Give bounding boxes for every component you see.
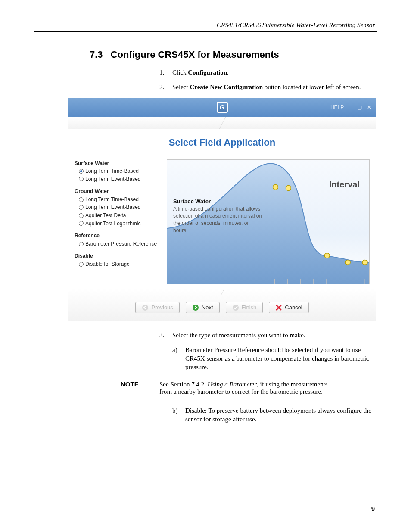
running-header: CRS451/CRS456 Submersible Water-Level Re… (34, 22, 377, 32)
radio-icon (79, 205, 84, 210)
svg-point-14 (193, 305, 199, 311)
radio-icon (79, 177, 84, 181)
radio-icon (79, 213, 84, 218)
step-2: 2. Select Create New Configuration butto… (159, 83, 377, 91)
step-3b: b) Disable: To preserve battery between … (172, 406, 377, 424)
description-body: A time-based configuration that allows s… (173, 206, 262, 233)
svg-point-3 (345, 260, 350, 265)
radio-disable-storage[interactable]: Disable for Storage (75, 260, 161, 268)
app-titlebar: G HELP _ ▢ ✕ (68, 98, 376, 117)
previous-icon (142, 304, 149, 311)
group-disable: Disable (75, 252, 161, 260)
step-3-marker: 3. (159, 331, 172, 339)
radio-ground-time[interactable]: Long Term Time-Based (75, 196, 161, 204)
radio-icon (79, 169, 84, 174)
interval-label: Interval (329, 180, 360, 190)
app-logo-icon: G (217, 102, 228, 113)
section-number: 7.3 (90, 49, 103, 60)
note-block: NOTE See Section 7.4.2, Using a Baromete… (121, 378, 377, 398)
step-3-text: Select the type of measurements you want… (172, 331, 305, 339)
step-1-text: Click Configuration. (172, 68, 229, 77)
preview-panel: Interval Surface Water A time-based conf… (167, 159, 370, 284)
page-number: 9 (371, 505, 375, 512)
step-3a-text: Barometer Pressure Reference should be s… (185, 345, 377, 372)
radio-icon (79, 197, 84, 202)
group-reference: Reference (75, 232, 161, 240)
next-button[interactable]: Next (186, 302, 220, 313)
wizard-footer: Previous Next Finish (68, 289, 376, 321)
step-3b-text: Disable: To preserve battery between dep… (185, 406, 377, 424)
previous-button[interactable]: Previous (135, 302, 180, 313)
step-3: 3. Select the type of measurements you w… (159, 331, 377, 339)
section-heading: 7.3Configure CRS45X for Measurements (90, 49, 377, 60)
next-icon (192, 304, 199, 311)
step-3b-marker: b) (172, 406, 185, 424)
wizard-heading: Select Field Application (68, 129, 376, 159)
svg-point-15 (233, 305, 239, 311)
svg-point-13 (142, 305, 148, 311)
finish-button[interactable]: Finish (226, 302, 263, 313)
radio-ground-event[interactable]: Long Term Event-Based (75, 203, 161, 212)
option-sidebar: Surface Water Long Term Time-Based Long … (75, 159, 161, 284)
svg-point-4 (362, 260, 367, 265)
svg-point-1 (286, 185, 291, 190)
finish-icon (232, 304, 239, 311)
svg-point-0 (273, 184, 278, 190)
description-box: Surface Water A time-based configuration… (173, 198, 264, 234)
step-3a-marker: a) (172, 345, 185, 372)
maximize-icon[interactable]: ▢ (357, 104, 362, 110)
radio-aquifer-log[interactable]: Aquifer Test Logarithmic (75, 220, 161, 228)
close-icon[interactable]: ✕ (367, 104, 371, 110)
step-1-marker: 1. (159, 68, 172, 77)
radio-aquifer-delta[interactable]: Aquifer Test Delta (75, 212, 161, 220)
radio-icon (79, 221, 84, 226)
app-window: G HELP _ ▢ ✕ Select Field Application Su… (68, 98, 376, 321)
radio-surface-time[interactable]: Long Term Time-Based (75, 167, 161, 175)
radio-icon (79, 242, 84, 246)
group-surface-water: Surface Water (75, 159, 161, 168)
step-3a: a) Barometer Pressure Reference should b… (172, 345, 377, 372)
description-head: Surface Water (173, 198, 211, 205)
step-2-text: Select Create New Configuration button l… (172, 83, 361, 91)
help-link[interactable]: HELP (330, 104, 344, 110)
note-body: See Section 7.4.2, Using a Barometer, if… (159, 378, 340, 398)
step-2-marker: 2. (159, 83, 172, 91)
step-1: 1. Click Configuration. (159, 68, 377, 77)
cancel-button[interactable]: Cancel (269, 302, 308, 313)
section-title: Configure CRS45X for Measurements (111, 49, 279, 60)
minimize-icon[interactable]: _ (349, 104, 352, 110)
radio-icon (79, 262, 84, 267)
cancel-icon (275, 304, 282, 311)
svg-point-2 (324, 253, 330, 258)
group-ground-water: Ground Water (75, 187, 161, 196)
app-tabstrip (68, 117, 376, 129)
note-label: NOTE (121, 378, 159, 398)
radio-barometer-ref[interactable]: Barometer Pressure Reference (75, 240, 161, 248)
radio-surface-event[interactable]: Long Term Event-Based (75, 175, 161, 184)
